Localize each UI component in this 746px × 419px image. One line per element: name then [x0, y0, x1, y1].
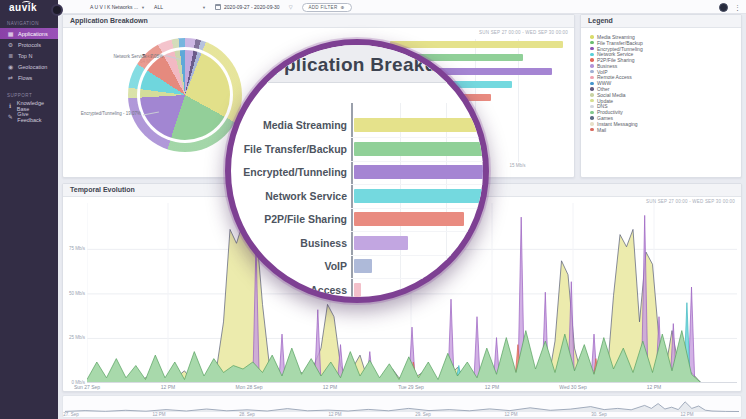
- legend-color-dot: [590, 70, 594, 74]
- filter-funnel-icon: ▽: [289, 4, 293, 10]
- legend-color-dot: [590, 58, 594, 62]
- overview-x-tick: 30. Sep: [584, 412, 614, 417]
- overview-x-tick: 12 PM: [320, 412, 350, 417]
- temporal-y-tick: 75 Mb/s: [65, 246, 85, 251]
- legend-color-dot: [590, 76, 594, 80]
- legend-color-dot: [590, 53, 594, 57]
- donut-callout-network-service: Network Service - 7.08%: [91, 54, 163, 59]
- magnified-bar-encrypted-tunneling[interactable]: [354, 165, 489, 179]
- temporal-x-tick: 12 PM: [313, 384, 347, 390]
- sidebar-item-label: Protocols: [18, 42, 41, 48]
- sidebar-item-label: Geolocation: [18, 64, 47, 70]
- top-toolbar: A U V I K Networks ... ▼ ALL ▼ 2020-09-2…: [0, 0, 746, 14]
- chevron-down-icon: ▼: [141, 5, 145, 10]
- dashboard-screen: A U V I K Networks ... ▼ ALL ▼ 2020-09-2…: [0, 0, 746, 419]
- legend-color-dot: [590, 111, 594, 115]
- magnified-bar-label-network-service: Network Service: [231, 190, 347, 202]
- legend-color-dot: [590, 116, 594, 120]
- overview-x-tick: 12 PM: [672, 412, 702, 417]
- filter-selector[interactable]: ALL ▼: [154, 4, 206, 10]
- legend-items: Media StreamingFile Transfer/BackupEncry…: [581, 28, 741, 133]
- magnified-row-line: [351, 208, 483, 209]
- sidebar-item-label: Top N: [18, 53, 32, 59]
- magnified-axis-line: [351, 103, 353, 297]
- legend-color-dot: [590, 64, 594, 68]
- temporal-x-tick: Mon 28 Sep: [232, 384, 266, 390]
- temporal-x-tick: Sun 27 Sep: [70, 384, 104, 390]
- magnified-bar-media-streaming[interactable]: [354, 118, 489, 132]
- bar-chart-tick-label: 15 Mb/s: [506, 163, 530, 168]
- magnified-bar-label-file-transfer-backup: File Transfer/Backup: [231, 143, 347, 155]
- overview-brush-strip[interactable]: 27. Sep12 PM28. Sep12 PM29. Sep12 PM30. …: [62, 395, 742, 418]
- protocols-gear-icon: ⚙: [7, 41, 14, 48]
- magnified-bar-label-media-streaming: Media Streaming: [231, 119, 347, 131]
- overview-x-tick: 29. Sep: [408, 412, 438, 417]
- magnified-bar-business[interactable]: [354, 236, 408, 250]
- feedback-icon: ✎: [7, 113, 13, 120]
- temporal-x-tick: Wed 30 Sep: [556, 384, 590, 390]
- sidebar-item-geolocation[interactable]: ◉Geolocation: [0, 61, 58, 72]
- bar-media-streaming[interactable]: [390, 41, 563, 48]
- donut-callout-encrypted: Encrypted/Tunneling - 19.07%: [67, 111, 141, 116]
- magnified-row-line: [351, 137, 483, 138]
- magnified-row-line: [351, 161, 483, 162]
- user-avatar[interactable]: [719, 3, 728, 12]
- sidebar-item-applications[interactable]: ▦Applications: [0, 28, 58, 39]
- legend-item-mail[interactable]: Mail: [590, 127, 732, 133]
- overview-line-chart: [65, 398, 739, 411]
- overview-x-tick: 12 PM: [144, 412, 174, 417]
- sidebar-support: ℹKnowledge Base✎Give Feedback: [0, 100, 58, 122]
- legend-panel: Legend Media StreamingFile Transfer/Back…: [580, 14, 742, 178]
- add-filter-label: ADD FILTER: [309, 5, 338, 10]
- magnified-row-line: [351, 231, 483, 232]
- geolocation-pin-icon: ◉: [7, 63, 14, 70]
- temporal-y-tick: 25 Mb/s: [65, 335, 85, 340]
- magnified-bar-network-service[interactable]: [354, 189, 486, 203]
- calendar-icon: [215, 4, 221, 10]
- legend-title: Legend: [581, 15, 741, 28]
- add-filter-button[interactable]: ADD FILTER ⊕: [302, 3, 352, 12]
- legend-color-dot: [590, 87, 594, 91]
- sidebar-item-top-n[interactable]: ≣Top N: [0, 50, 58, 61]
- magnified-bar-remote-access[interactable]: [354, 283, 361, 297]
- donut-inner-ring: [140, 50, 230, 140]
- legend-color-dot: [590, 93, 594, 97]
- date-range-picker[interactable]: 2020-09-27 - 2020-09-30: [215, 4, 280, 10]
- kebab-menu-icon[interactable]: ⋮: [734, 3, 741, 12]
- magnified-bar-file-transfer-backup[interactable]: [354, 142, 489, 156]
- panel-date-range: SUN SEP 27 00:00 - WED SEP 30 00:00: [479, 30, 568, 35]
- legend-color-dot: [590, 99, 594, 103]
- sidebar-item-flows[interactable]: ⇄Flows: [0, 72, 58, 83]
- temporal-y-tick: 50 Mb/s: [65, 291, 85, 296]
- magnified-bar-p2p-file-sharing[interactable]: [354, 212, 464, 226]
- sidebar-collapse-toggle[interactable]: [51, 4, 63, 16]
- plus-circle-icon: ⊕: [340, 5, 344, 10]
- date-range-value: 2020-09-27 - 2020-09-30: [224, 4, 280, 10]
- applications-grid-icon: ▦: [7, 30, 14, 37]
- top-n-list-icon: ≣: [7, 52, 14, 59]
- temporal-x-tick: 12 PM: [151, 384, 185, 390]
- magnified-bar-voip[interactable]: [354, 259, 372, 273]
- overview-x-tick: 27. Sep: [56, 412, 86, 417]
- temporal-x-tick: 12 PM: [475, 384, 509, 390]
- legend-color-dot: [590, 47, 594, 51]
- flows-arrows-icon: ⇄: [7, 74, 14, 81]
- overview-x-tick: 12 PM: [496, 412, 526, 417]
- sidebar-item-protocols[interactable]: ⚙Protocols: [0, 39, 58, 50]
- sidebar-item-give-feedback[interactable]: ✎Give Feedback: [0, 111, 58, 122]
- chevron-down-icon: ▼: [202, 5, 206, 10]
- sidebar: auvik NAVIGATION ▦Applications⚙Protocols…: [0, 0, 58, 419]
- temporal-x-tick: Tue 29 Sep: [394, 384, 428, 390]
- legend-item-label: Mail: [597, 127, 606, 133]
- legend-color-dot: [590, 128, 594, 132]
- legend-color-dot: [590, 35, 594, 39]
- legend-color-dot: [590, 41, 594, 45]
- temporal-x-tick: 12 PM: [637, 384, 671, 390]
- application-breakdown-title: Application Breakdown: [63, 15, 574, 28]
- magnified-bar-label-business: Business: [231, 237, 347, 249]
- legend-color-dot: [590, 122, 594, 126]
- magnified-row-line: [351, 184, 483, 185]
- network-selector[interactable]: A U V I K Networks ... ▼: [90, 4, 145, 10]
- magnified-bar-label-encrypted-tunneling: Encrypted/Tunneling: [231, 166, 347, 178]
- sidebar-item-knowledge-base[interactable]: ℹKnowledge Base: [0, 100, 58, 111]
